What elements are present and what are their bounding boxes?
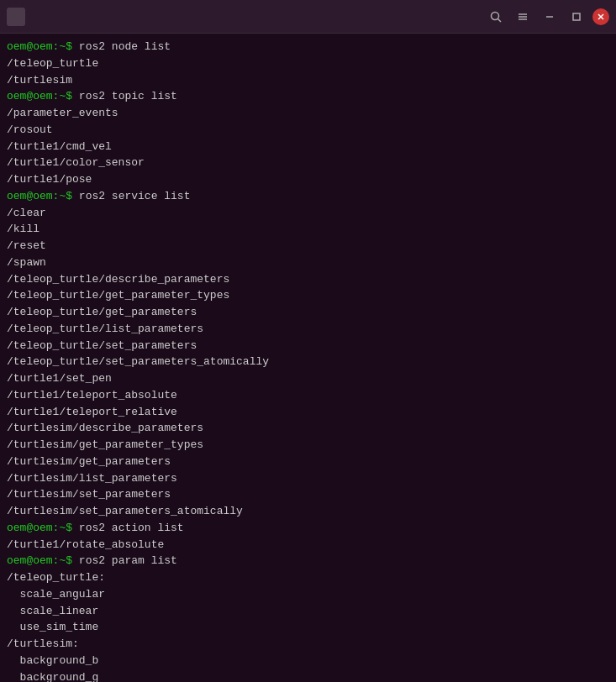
output-text: /parameter_events [7,107,118,119]
menu-button[interactable] [512,6,534,28]
title-bar-left [7,8,25,26]
svg-rect-6 [573,13,580,20]
output-text: /teleop_turtle/get_parameters [7,306,197,318]
terminal-line: /turtlesim/set_parameters [7,486,609,503]
output-text: /teleop_turtle/list_parameters [7,323,203,335]
maximize-button[interactable] [566,6,587,28]
svg-point-0 [492,12,499,19]
output-text: /kill [7,223,39,235]
close-icon [597,13,605,21]
svg-line-1 [498,18,502,22]
terminal-line: /teleop_turtle/describe_parameters [7,271,609,288]
terminal-line: /clear [7,205,609,222]
terminal-line: /rosout [7,122,609,139]
output-text: /turtle1/color_sensor [7,156,145,169]
terminal-line: /turtle1/pose [7,171,609,188]
terminal-line: use_sim_time [7,619,609,636]
terminal-line: oem@oem:~$ ros2 param list [7,553,609,569]
output-text: /turtlesim/set_parameters [7,488,171,501]
terminal-line: /turtlesim/describe_parameters [7,420,609,437]
terminal-line: /spawn [7,254,609,271]
output-text: /turtle1/cmd_vel [7,140,112,153]
output-text: /spawn [7,256,46,269]
menu-icon [517,11,529,23]
command-text: ros2 topic list [79,90,177,102]
terminal-line: /teleop_turtle [7,55,609,72]
output-text: /teleop_turtle/get_parameter_types [7,289,229,302]
terminal-line: /turtlesim: [7,636,609,653]
prompt-text: oem@oem:~$ [7,190,79,202]
terminal-body[interactable]: oem@oem:~$ ros2 node list/teleop_turtle/… [0,34,616,682]
output-text: scale_angular [7,588,105,601]
prompt-text: oem@oem:~$ [7,90,79,102]
terminal-line: oem@oem:~$ ros2 action list [7,520,609,537]
terminal-line: scale_angular [7,586,609,603]
terminal-line: /turtle1/color_sensor [7,155,609,171]
output-text: /clear [7,207,46,219]
terminal-line: /teleop_turtle: [7,569,609,586]
terminal-line: /turtle1/rotate_absolute [7,537,609,553]
terminal-line: /turtle1/teleport_absolute [7,387,609,404]
terminal-line: /turtlesim/get_parameter_types [7,437,609,454]
output-text: /turtle1/pose [7,173,92,186]
output-text: /turtle1/teleport_absolute [7,389,177,401]
terminal-line: oem@oem:~$ ros2 topic list [7,88,609,105]
output-text: use_sim_time [7,621,98,633]
terminal-line: /teleop_turtle/get_parameters [7,304,609,321]
output-text: /turtlesim/describe_parameters [7,422,203,434]
prompt-text: oem@oem:~$ [7,522,79,534]
output-text: /turtle1/rotate_absolute [7,538,164,551]
terminal-line: /teleop_turtle/set_parameters [7,338,609,354]
output-text: /turtle1/set_pen [7,372,112,385]
terminal-line: /teleop_turtle/get_parameter_types [7,287,609,304]
output-text: /teleop_turtle: [7,571,105,584]
output-text: /turtlesim/set_parameters_atomically [7,505,243,517]
output-text: /turtlesim/get_parameter_types [7,438,203,451]
terminal-line: /turtle1/set_pen [7,370,609,387]
terminal-icon [7,8,25,26]
terminal-line: background_b [7,653,609,669]
title-bar-controls [485,6,609,28]
output-text: /turtlesim [7,74,72,87]
output-text: scale_linear [7,605,98,617]
terminal-line: /turtle1/cmd_vel [7,139,609,155]
output-text: /teleop_turtle/set_parameters_atomically [7,355,269,368]
terminal-line: oem@oem:~$ ros2 node list [7,39,609,55]
command-text: ros2 action list [79,522,184,534]
output-text: /turtlesim: [7,637,79,650]
terminal-line: background_g [7,669,609,683]
output-text: /turtlesim/get_parameters [7,455,171,468]
output-text: /turtlesim/list_parameters [7,472,177,485]
terminal-line: /turtlesim/list_parameters [7,470,609,487]
search-icon [490,11,502,23]
command-text: ros2 service list [79,190,191,202]
terminal-line: /turtlesim [7,72,609,89]
minimize-button[interactable] [539,6,561,28]
title-bar [0,0,616,34]
output-text: /teleop_turtle/describe_parameters [7,273,229,286]
terminal-line: scale_linear [7,603,609,620]
prompt-text: oem@oem:~$ [7,40,79,53]
command-text: ros2 node list [79,40,171,53]
terminal-line: /turtle1/teleport_relative [7,404,609,421]
search-button[interactable] [485,6,507,28]
terminal-line: /teleop_turtle/list_parameters [7,321,609,338]
terminal-line: /turtlesim/set_parameters_atomically [7,503,609,520]
maximize-icon [571,12,582,22]
output-text: /reset [7,239,46,252]
terminal-line: /reset [7,238,609,254]
output-text: /turtle1/teleport_relative [7,406,177,418]
terminal-line: /kill [7,221,609,238]
terminal-line: /teleop_turtle/set_parameters_atomically [7,354,609,370]
output-text: /teleop_turtle/set_parameters [7,339,197,352]
output-text: /teleop_turtle [7,57,98,70]
output-text: background_g [7,671,98,683]
close-button[interactable] [592,8,609,25]
terminal-line: /turtlesim/get_parameters [7,454,609,470]
output-text: background_b [7,654,98,667]
output-text: /rosout [7,123,53,136]
minimize-icon [545,12,555,22]
prompt-text: oem@oem:~$ [7,554,79,567]
terminal-window: oem@oem:~$ ros2 node list/teleop_turtle/… [0,0,616,682]
command-text: ros2 param list [79,554,177,567]
